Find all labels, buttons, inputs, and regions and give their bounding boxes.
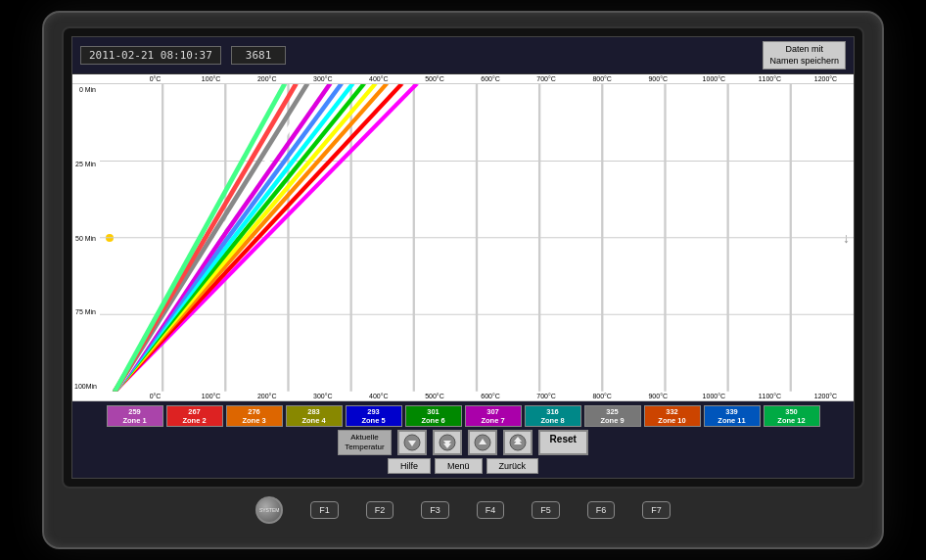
zone-label-8: Zone 8 [540,416,564,425]
zone-label-7: Zone 7 [481,416,504,425]
zone-value-3: 276 [248,407,260,416]
id-display: 3681 [231,46,287,65]
scroll-down-slow-button[interactable] [397,430,427,455]
zone-btn-11[interactable]: 339 Zone 11 [704,405,761,427]
x-bot-label-700: 700°C [519,392,575,400]
x-label-1100: 1100°C [742,74,798,83]
x-label-500: 500°C [406,74,462,83]
x-label-700: 700°C [519,74,575,83]
zone-btn-10[interactable]: 332 Zone 10 [644,405,701,427]
x-bot-label-200: 200°C [239,392,295,400]
device: 2011-02-21 08:10:37 3681 Daten mitNamen … [42,11,884,549]
zone-label-6: Zone 6 [421,416,444,425]
zone-label-10: Zone 10 [658,416,685,425]
zone-label-12: Zone 12 [777,416,805,425]
screen: 2011-02-21 08:10:37 3681 Daten mitNamen … [71,36,855,479]
screen-bezel: 2011-02-21 08:10:37 3681 Daten mitNamen … [62,26,864,489]
zone-value-1: 259 [128,407,141,416]
y-label-50: 50 Min [74,235,98,242]
f3-button[interactable]: F3 [421,501,449,519]
x-bot-label-1000: 1000°C [686,392,742,400]
chart-main: 0 Min 25 Min 50 Min 75 Min 100Min ↓ [72,84,854,392]
top-bar: 2011-02-21 08:10:37 3681 Daten mitNamen … [72,37,854,74]
aktuelle-temperatur-button[interactable]: AktuelleTemperatur [338,430,391,455]
x-bot-label-0: 0°C [127,392,183,400]
zuruck-button[interactable]: Zurück [486,458,539,474]
x-label-800: 800°C [575,74,630,83]
chart-x-axis-bottom: 0°C 100°C 200°C 300°C 400°C 500°C 600°C … [72,392,854,401]
zone-btn-4[interactable]: 283 Zone 4 [286,405,343,427]
zones-row: 259 Zone 1 267 Zone 2 276 Zone 3 283 Zon… [78,405,848,427]
zone-value-2: 267 [188,407,201,416]
zone-value-8: 316 [546,407,559,416]
scroll-up-fast-button[interactable] [503,430,532,455]
zone-value-9: 325 [606,407,619,416]
nav-row: Hilfe Menü Zurück [78,458,848,474]
x-bot-label-800: 800°C [575,392,630,400]
x-bot-label-900: 900°C [630,392,686,400]
zone-btn-3[interactable]: 276 Zone 3 [226,405,283,427]
zone-label-11: Zone 11 [718,416,745,425]
zone-label-2: Zone 2 [182,416,206,425]
chart-x-axis-top: 0°C 100°C 200°C 300°C 400°C 500°C 600°C … [72,74,854,84]
f6-button[interactable]: F6 [587,501,616,519]
x-bot-label-1100: 1100°C [742,392,798,400]
controls-row: AktuelleTemperatur [78,430,848,455]
y-axis-spacer [100,74,127,83]
function-bar: SYSTEM F1 F2 F3 F4 F5 F6 F7 [255,489,671,528]
x-label-600: 600°C [462,74,518,83]
zone-btn-7[interactable]: 307 Zone 7 [465,405,522,427]
zone-value-5: 293 [367,407,380,416]
zone-btn-9[interactable]: 325 Zone 9 [584,405,641,427]
chart-container: 0°C 100°C 200°C 300°C 400°C 500°C 600°C … [72,74,854,401]
x-label-1000: 1000°C [686,74,742,83]
datetime-display: 2011-02-21 08:10:37 [80,46,221,65]
system-button[interactable]: SYSTEM [255,496,283,524]
zone-label-4: Zone 4 [301,416,325,425]
zone-label-1: Zone 1 [122,416,146,425]
x-bot-label-500: 500°C [406,392,462,400]
chart-svg [100,84,854,392]
save-button[interactable]: Daten mitNamen speichern [763,41,846,70]
f7-button[interactable]: F7 [642,501,671,519]
zone-value-10: 332 [666,407,678,416]
zone-btn-1[interactable]: 259 Zone 1 [107,405,163,427]
x-bot-label-100: 100°C [183,392,239,400]
zone-label-3: Zone 3 [242,416,265,425]
f2-button[interactable]: F2 [366,501,394,519]
x-label-300: 300°C [295,74,350,83]
zone-value-4: 283 [307,407,320,416]
x-bot-label-400: 400°C [350,392,406,400]
y-label-75: 75 Min [74,308,98,315]
zone-btn-2[interactable]: 267 Zone 2 [166,405,223,427]
menu-button[interactable]: Menü [435,458,483,474]
x-label-900: 900°C [630,74,686,83]
chart-plot: ↓ [100,84,854,392]
f5-button[interactable]: F5 [532,501,560,519]
y-axis-spacer-bottom [100,392,127,400]
x-label-0: 0°C [127,74,183,83]
zone-btn-8[interactable]: 316 Zone 8 [525,405,581,427]
x-bot-label-600: 600°C [462,392,518,400]
bottom-ui: 259 Zone 1 267 Zone 2 276 Zone 3 283 Zon… [72,401,854,478]
zone-value-7: 307 [486,407,499,416]
zone-label-9: Zone 9 [600,416,624,425]
zone-btn-12[interactable]: 350 Zone 12 [764,405,820,427]
zone-btn-5[interactable]: 293 Zone 5 [346,405,402,427]
reset-button[interactable]: Reset [538,430,588,455]
f1-button[interactable]: F1 [310,501,339,519]
x-bot-label-1200: 1200°C [798,392,854,400]
y-label-0: 0 Min [74,86,98,93]
zone-value-11: 339 [725,407,738,416]
zone-btn-6[interactable]: 301 Zone 6 [405,405,462,427]
x-label-200: 200°C [239,74,295,83]
scroll-down-fast-button[interactable] [433,430,462,455]
zone-value-12: 350 [785,407,798,416]
zone-label-5: Zone 5 [361,416,385,425]
zone-value-6: 301 [427,407,440,416]
x-label-1200: 1200°C [798,74,854,83]
f4-button[interactable]: F4 [477,501,505,519]
scroll-up-slow-button[interactable] [468,430,497,455]
hilfe-button[interactable]: Hilfe [388,458,431,474]
x-label-100: 100°C [183,74,239,83]
